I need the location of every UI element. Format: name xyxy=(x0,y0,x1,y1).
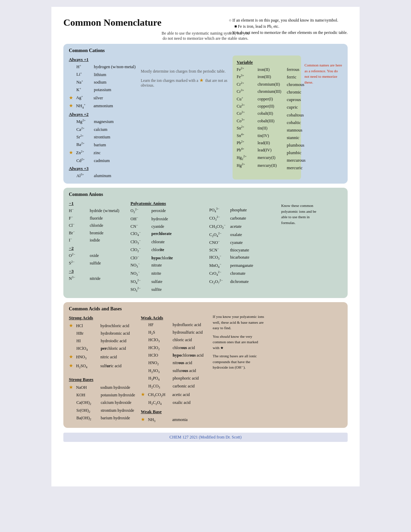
wacid-H2CO3: H2CO3 carbonic acid xyxy=(141,383,209,391)
acid-HBr: HBr hydrobromic acid xyxy=(69,330,137,337)
acid-HClO4: HClO4 perchloric acid xyxy=(69,345,137,353)
name: acetate xyxy=(230,223,241,230)
cation-formula: Ag+ xyxy=(76,94,91,101)
name: hydrofluoric acid xyxy=(173,321,201,329)
header-note-3: ○ You do not need to memorize the other … xyxy=(229,29,348,36)
formula: MnO4− xyxy=(209,262,228,270)
poly-peroxide: O22−peroxide xyxy=(130,207,206,215)
weak-base-heading: Weak Base xyxy=(141,409,209,415)
name: hypochlorous acid xyxy=(173,352,203,359)
cation-formula: Al3+ xyxy=(76,172,92,180)
formula: Ca(OH)2 xyxy=(76,399,99,407)
formula: H2C2O4 xyxy=(148,399,171,407)
formula: ClO2− xyxy=(130,246,149,254)
cation-H: H+ hydrogen (w/non-metal) xyxy=(69,63,137,71)
name: tin(IV) xyxy=(258,132,269,139)
acids-right-note: If you know your polyatomic ions well, t… xyxy=(213,314,264,424)
cations-layout: Always +1 H+ hydrogen (w/non-metal) Li+ … xyxy=(69,55,342,180)
name: potassium hydroxide xyxy=(101,392,135,399)
base-CaOH2: Ca(OH)2 calcium hydroxide xyxy=(69,399,137,407)
cation-formula: NH4+ xyxy=(76,102,91,110)
cation-formula: Cd2+ xyxy=(76,157,92,164)
poly-nitrite: NO2−nitrite xyxy=(130,270,206,278)
formula: Sr(OH)2 xyxy=(76,407,99,415)
name: iron(III) xyxy=(258,73,271,80)
wbase-NH3: ★ NH3 ammonia xyxy=(141,415,209,424)
name: chromate xyxy=(230,270,246,277)
variable-heading: Variable xyxy=(237,60,297,65)
name: strontium hydroxide xyxy=(101,407,134,415)
name: bicarbonate xyxy=(230,254,249,261)
oldname-stannous: stannous xyxy=(287,126,306,134)
formula: H2CO3 xyxy=(148,383,171,391)
name: peroxide xyxy=(151,207,166,214)
always-plus2-heading: Always +2 xyxy=(69,112,137,117)
polyatomic-heading: Polyatomic Anions xyxy=(130,201,206,206)
poly-hypochlorite: ClO−hypochlorite xyxy=(130,254,206,261)
formula: N3− xyxy=(69,275,88,282)
var-Sn4: Sn4+tin(IV) xyxy=(237,132,281,139)
formula: CH3CO2− xyxy=(209,223,228,231)
acid-HCl: ★ HCl hydrochloric acid xyxy=(69,321,137,330)
anions-title: Common Anions xyxy=(69,192,342,197)
formula: Sn4+ xyxy=(237,132,256,139)
var-Cu2: Cu2+copper(II) xyxy=(237,102,281,110)
formula: H2S xyxy=(148,329,171,337)
poly-permanganate: MnO4−permanganate xyxy=(209,262,278,270)
var-Sn2: Sn2+tin(II) xyxy=(237,124,281,132)
formula: HCO3− xyxy=(209,253,228,262)
formula: Ba(OH)2 xyxy=(76,415,99,422)
header-note-2: ■ Fe is iron, lead is Pb, etc. xyxy=(234,23,348,29)
name: chlorite xyxy=(151,246,164,253)
formula: CO32− xyxy=(209,214,228,223)
poly-oxalate: C2O42−oxalate xyxy=(209,231,278,239)
name: cyanide xyxy=(151,223,164,230)
wacid-HNO2: HNO2 nitrous acid xyxy=(141,359,209,367)
name: copper(I) xyxy=(258,96,273,102)
cation-name: barium xyxy=(94,141,106,149)
cation-name: aluminum xyxy=(94,172,111,180)
name: chromium(III) xyxy=(258,88,281,95)
name: nitrite xyxy=(151,270,161,277)
anion-O: O2−oxide xyxy=(69,252,127,259)
cation-formula: Mg2+ xyxy=(76,118,92,125)
formula: Hg2+ xyxy=(237,162,256,169)
cation-formula: H+ xyxy=(76,63,92,71)
var-Fe3: Fe3+iron(III) xyxy=(237,73,281,80)
acid-H2SO4: ★ H2SO4 sulfuric acid xyxy=(69,361,137,370)
formula: HNO3 xyxy=(76,354,98,361)
cation-Ba: Ba2+ barium xyxy=(69,141,137,148)
star-icon: ★ xyxy=(141,415,145,424)
wacid-H3PO4: H3PO4 phosphoric acid xyxy=(141,375,209,383)
acids-section: Common Acids and Bases Strong Acids ★ HC… xyxy=(63,302,348,428)
star-icon: ★ xyxy=(69,361,73,370)
cations-middle-note: Mostly determine ion charges from the pe… xyxy=(141,55,229,180)
formula: O22− xyxy=(130,207,149,215)
star-icon: ★ xyxy=(69,102,73,110)
middle-note-1: Mostly determine ion charges from the pe… xyxy=(141,69,229,73)
formula: Pb2+ xyxy=(237,139,256,146)
name: oxalate xyxy=(230,231,242,238)
base-BaOH2: Ba(OH)2 barium hydroxide xyxy=(69,415,137,422)
name: phosphoric acid xyxy=(173,375,199,382)
poly-chlorate: ClO3−chlorate xyxy=(130,238,206,246)
variable-columns: Fe2+iron(II) Fe3+iron(III) Cr2+chromium(… xyxy=(237,66,297,172)
cation-formula: Li+ xyxy=(76,71,92,78)
name: lead(IV) xyxy=(258,147,272,153)
formula: Cr2O72− xyxy=(209,278,228,286)
cation-formula: Ba2+ xyxy=(76,141,92,148)
cation-formula: Na+ xyxy=(76,78,92,86)
formula: HClO xyxy=(148,352,171,359)
anions-right-note: Know these common polyatomic ions and be… xyxy=(281,199,322,294)
formula: PO43− xyxy=(209,206,228,214)
page: Common Nomenclature ○ If an element is o… xyxy=(51,7,360,486)
base-SrOH2: Sr(OH)2 strontium hydroxide xyxy=(69,407,137,415)
formula: CN− xyxy=(130,223,149,230)
star-icon: ★ xyxy=(69,352,73,361)
name: dichromate xyxy=(230,278,249,285)
anion-N: N3−nitride xyxy=(69,275,127,282)
cation-K: K+ potassium xyxy=(69,86,137,94)
poly-chlorite: ClO2−chlorite xyxy=(130,246,206,254)
var-Fe2: Fe2+iron(II) xyxy=(237,66,281,73)
name: sodium hydroxide xyxy=(100,384,130,392)
